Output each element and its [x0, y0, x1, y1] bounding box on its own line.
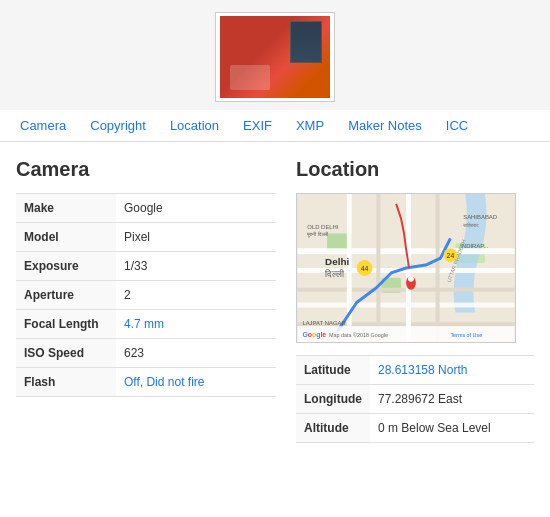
tab-camera[interactable]: Camera [10, 110, 76, 141]
focal-length-label: Focal Length [16, 310, 116, 339]
table-row: Altitude 0 m Below Sea Level [296, 414, 534, 443]
altitude-label: Altitude [296, 414, 370, 443]
aperture-label: Aperture [16, 281, 116, 310]
flash-value: Off, Did not fire [116, 368, 276, 397]
focal-length-link[interactable]: 4.7 mm [124, 317, 164, 331]
table-row: Focal Length 4.7 mm [16, 310, 276, 339]
tab-exif[interactable]: EXIF [233, 110, 282, 141]
svg-text:44: 44 [361, 265, 369, 272]
focal-length-value: 4.7 mm [116, 310, 276, 339]
tab-icc[interactable]: ICC [436, 110, 478, 141]
svg-rect-10 [347, 194, 352, 342]
longitude-value: 77.289672 East [370, 385, 534, 414]
tab-location[interactable]: Location [160, 110, 229, 141]
latitude-label: Latitude [296, 356, 370, 385]
svg-text:दिल्ली: दिल्ली [324, 269, 345, 279]
table-row: Longitude 77.289672 East [296, 385, 534, 414]
svg-text:Map data ©2018 Google: Map data ©2018 Google [329, 332, 388, 338]
table-row: Make Google [16, 194, 276, 223]
camera-title: Camera [16, 158, 276, 181]
table-row: Flash Off, Did not fire [16, 368, 276, 397]
svg-text:पुरानी दिल्ली: पुरानी दिल्ली [306, 231, 329, 238]
table-row: Exposure 1/33 [16, 252, 276, 281]
image-preview-area [0, 0, 550, 110]
svg-rect-13 [436, 194, 440, 342]
svg-point-28 [408, 276, 414, 282]
nav-tabs: Camera Copyright Location EXIF XMP Maker… [0, 110, 550, 142]
camera-section: Camera Make Google Model Pixel Exposure … [16, 158, 276, 443]
iso-value: 623 [116, 339, 276, 368]
latitude-link[interactable]: 28.613158 North [378, 363, 467, 377]
table-row: Latitude 28.613158 North [296, 356, 534, 385]
svg-text:OLD DELHI: OLD DELHI [307, 224, 339, 230]
location-section: Location [276, 158, 534, 443]
location-title: Location [296, 158, 534, 181]
main-content: Camera Make Google Model Pixel Exposure … [0, 142, 550, 443]
svg-text:Google: Google [302, 331, 326, 339]
tab-copyright[interactable]: Copyright [80, 110, 156, 141]
tab-maker-notes[interactable]: Maker Notes [338, 110, 432, 141]
flash-label: Flash [16, 368, 116, 397]
latitude-value: 28.613158 North [370, 356, 534, 385]
altitude-value: 0 m Below Sea Level [370, 414, 534, 443]
model-value: Pixel [116, 223, 276, 252]
aperture-value: 2 [116, 281, 276, 310]
model-label: Model [16, 223, 116, 252]
iso-label: ISO Speed [16, 339, 116, 368]
flash-link[interactable]: Off, Did not fire [124, 375, 204, 389]
map-container[interactable]: OLD DELHI पुरानी दिल्ली SAHIBABAD साहिबा… [296, 193, 516, 343]
tab-xmp[interactable]: XMP [286, 110, 334, 141]
svg-text:Delhi: Delhi [325, 256, 349, 267]
table-row: ISO Speed 623 [16, 339, 276, 368]
table-row: Aperture 2 [16, 281, 276, 310]
exposure-label: Exposure [16, 252, 116, 281]
svg-text:LAJPAT NAGAR: LAJPAT NAGAR [302, 320, 345, 326]
exposure-value: 1/33 [116, 252, 276, 281]
longitude-label: Longitude [296, 385, 370, 414]
location-table: Latitude 28.613158 North Longitude 77.28… [296, 355, 534, 443]
photo-thumbnail [220, 16, 330, 98]
make-value: Google [116, 194, 276, 223]
image-preview-box [215, 12, 335, 102]
make-label: Make [16, 194, 116, 223]
svg-rect-11 [376, 194, 380, 342]
table-row: Model Pixel [16, 223, 276, 252]
map-svg: OLD DELHI पुरानी दिल्ली SAHIBABAD साहिबा… [297, 194, 515, 342]
svg-text:SAHIBABAD: SAHIBABAD [463, 214, 497, 220]
svg-text:साहिबाबाद: साहिबाबाद [462, 222, 479, 228]
camera-table: Make Google Model Pixel Exposure 1/33 Ap… [16, 193, 276, 397]
svg-text:Terms of Use: Terms of Use [450, 332, 482, 338]
svg-text:24: 24 [447, 252, 455, 259]
